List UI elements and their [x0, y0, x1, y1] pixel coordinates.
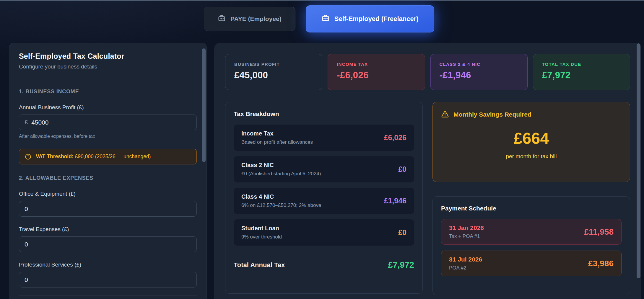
stat-income-tax: INCOME TAX -£6,026	[328, 54, 425, 90]
total-annual-tax-row: Total Annual Tax £7,972	[234, 260, 414, 270]
stat-class-2-4-nic: CLASS 2 & 4 NIC -£1,946	[430, 54, 528, 90]
stat-label: TOTAL TAX DUE	[542, 62, 621, 67]
sidebar-subtitle: Configure your business details	[19, 63, 197, 70]
row-amount: £1,946	[384, 197, 406, 205]
office-equipment-label: Office & Equipment (£)	[19, 191, 197, 197]
payment-desc: POA #2	[449, 265, 482, 271]
info-icon	[25, 153, 32, 160]
tax-breakdown-panel: Tax Breakdown Income Tax Based on profit…	[225, 102, 423, 294]
payment-amount: £3,986	[588, 259, 614, 268]
professional-services-label: Professional Services (£)	[19, 262, 197, 268]
stat-cards: BUSINESS PROFIT £45,000 INCOME TAX -£6,0…	[225, 54, 630, 90]
sidebar-title: Self-Employed Tax Calculator	[19, 52, 197, 61]
payment-row-jan: 31 Jan 2026 Tax + POA #1 £11,958	[441, 219, 622, 245]
stat-business-profit: BUSINESS PROFIT £45,000	[225, 54, 322, 90]
payment-row-jul: 31 Jul 2026 POA #2 £3,986	[441, 251, 622, 276]
payment-schedule-title: Payment Schedule	[441, 205, 622, 212]
travel-expenses-field[interactable]	[19, 236, 197, 252]
briefcase-icon	[218, 14, 226, 24]
section-business-income: 1. BUSINESS INCOME	[19, 89, 197, 95]
row-title: Class 2 NIC	[241, 162, 321, 169]
divider	[19, 295, 197, 295]
breakdown-row-student-loan: Student Loan 9% over threshold £0	[234, 219, 414, 246]
tab-paye-employee[interactable]: PAYE (Employee)	[204, 7, 295, 31]
annual-profit-label: Annual Business Profit (£)	[19, 104, 197, 111]
payment-schedule-panel: Payment Schedule 31 Jan 2026 Tax + POA #…	[432, 196, 630, 295]
breakdown-row-class-4-nic: Class 4 NIC 6% on £12,570–£50,270; 2% ab…	[234, 188, 414, 214]
tab-label: PAYE (Employee)	[230, 15, 282, 22]
stat-value: £45,000	[234, 70, 313, 81]
tab-self-employed-freelancer[interactable]: Self-Employed (Freelancer)	[306, 5, 434, 32]
row-amount: £6,026	[384, 133, 406, 142]
monthly-savings-amount: £664	[513, 129, 549, 147]
office-equipment-input[interactable]	[25, 205, 191, 213]
row-subtitle: £0 (Abolished starting April 6, 2024)	[241, 171, 321, 177]
row-subtitle: 6% on £12,570–£50,270; 2% above	[241, 202, 321, 208]
row-title: Class 4 NIC	[241, 193, 321, 200]
pound-prefix: £	[25, 119, 28, 126]
monthly-savings-card: Monthly Savings Required £664 per month …	[432, 102, 630, 182]
breakdown-row-class-2-nic: Class 2 NIC £0 (Abolished starting April…	[234, 156, 414, 182]
mode-tabbar: PAYE (Employee) Self-Employed (Freelance…	[204, 4, 434, 34]
annual-profit-hint: After allowable expenses, before tax	[19, 134, 197, 139]
stat-label: BUSINESS PROFIT	[234, 62, 313, 67]
payment-desc: Tax + POA #1	[449, 233, 484, 239]
divider	[234, 253, 414, 253]
config-sidebar: Self-Employed Tax Calculator Configure y…	[9, 43, 207, 299]
payment-date: 31 Jan 2026	[449, 224, 484, 231]
stat-value: £7,972	[542, 70, 621, 81]
section-allowable-expenses: 2. ALLOWABLE EXPENSES	[19, 175, 197, 181]
row-title: Student Loan	[241, 225, 282, 232]
travel-expenses-label: Travel Expenses (£)	[19, 226, 197, 233]
vat-threshold-note: VAT Threshold: £90,000 (2025/26 — unchan…	[19, 149, 197, 164]
row-subtitle: Based on profit after allowances	[241, 139, 313, 145]
warning-icon	[441, 110, 449, 118]
tab-label: Self-Employed (Freelancer)	[334, 15, 419, 23]
stat-total-tax-due: TOTAL TAX DUE £7,972	[533, 54, 630, 90]
annual-profit-input[interactable]	[31, 119, 191, 126]
total-annual-tax-label: Total Annual Tax	[234, 261, 285, 269]
total-annual-tax-value: £7,972	[388, 260, 414, 270]
divider	[19, 78, 197, 78]
monthly-savings-title: Monthly Savings Required	[453, 111, 531, 118]
professional-services-field[interactable]	[19, 272, 197, 287]
sidebar-scrollbar-thumb[interactable]	[202, 48, 206, 162]
row-subtitle: 9% over threshold	[241, 234, 282, 240]
briefcase-icon	[321, 14, 330, 24]
stat-value: -£1,946	[440, 70, 518, 81]
professional-services-input[interactable]	[25, 276, 191, 283]
office-equipment-field[interactable]	[19, 201, 197, 217]
travel-expenses-input[interactable]	[25, 241, 191, 248]
annual-profit-field[interactable]: £	[19, 115, 197, 130]
main-scrollbar-thumb[interactable]	[637, 43, 640, 278]
row-amount: £0	[398, 165, 406, 174]
payment-date: 31 Jul 2026	[449, 256, 482, 263]
row-amount: £0	[398, 228, 406, 237]
window-top-edge	[0, 0, 644, 1]
stat-value: -£6,026	[337, 70, 416, 81]
row-title: Income Tax	[241, 130, 313, 137]
breakdown-row-income-tax: Income Tax Based on profit after allowan…	[234, 125, 414, 151]
stat-label: CLASS 2 & 4 NIC	[440, 62, 518, 67]
vat-note-text: VAT Threshold: £90,000 (2025/26 — unchan…	[36, 153, 151, 160]
payment-amount: £11,958	[584, 227, 614, 237]
tax-breakdown-title: Tax Breakdown	[234, 110, 414, 117]
results-panel: BUSINESS PROFIT £45,000 INCOME TAX -£6,0…	[214, 43, 641, 299]
stat-label: INCOME TAX	[337, 62, 416, 67]
monthly-savings-note: per month for tax bill	[506, 153, 557, 160]
